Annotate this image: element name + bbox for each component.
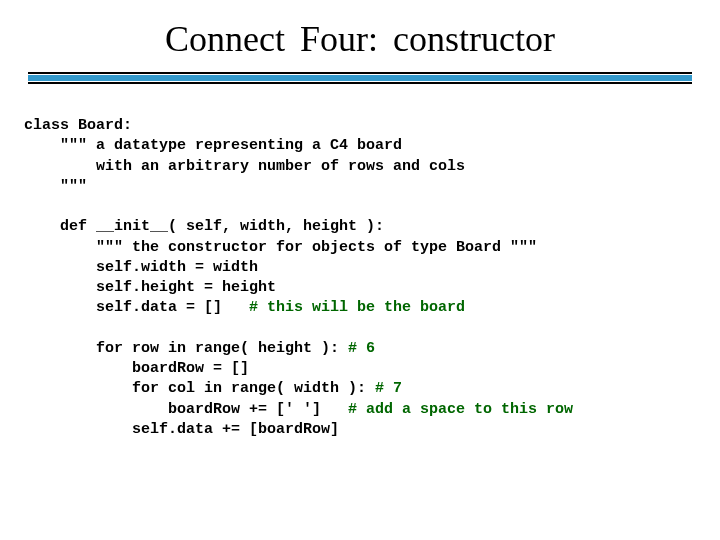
code-line: boardRow += [' '] (24, 401, 348, 418)
slide-title-area: Connect Four: constructor (0, 0, 720, 72)
title-underline (28, 72, 692, 86)
code-line: class Board: (24, 117, 132, 134)
code-block: class Board: """ a datatype representing… (0, 86, 720, 440)
code-line: self.width = width (24, 259, 258, 276)
code-line: with an arbitrary number of rows and col… (24, 158, 465, 175)
code-line: self.data += [boardRow] (24, 421, 339, 438)
code-line: self.height = height (24, 279, 276, 296)
slide-title: Connect Four: constructor (165, 19, 555, 59)
code-line: self.data = [] (24, 299, 249, 316)
code-line: """ (24, 178, 87, 195)
code-comment: # 7 (375, 380, 402, 397)
code-line: """ a datatype representing a C4 board (24, 137, 402, 154)
code-line: boardRow = [] (24, 360, 249, 377)
code-line: for col in range( width ): (24, 380, 375, 397)
code-line: """ the constructor for objects of type … (24, 239, 537, 256)
code-line: for row in range( height ): (24, 340, 348, 357)
code-comment: # add a space to this row (348, 401, 573, 418)
code-comment: # this will be the board (249, 299, 465, 316)
code-line: def __init__( self, width, height ): (24, 218, 384, 235)
code-comment: # 6 (348, 340, 375, 357)
